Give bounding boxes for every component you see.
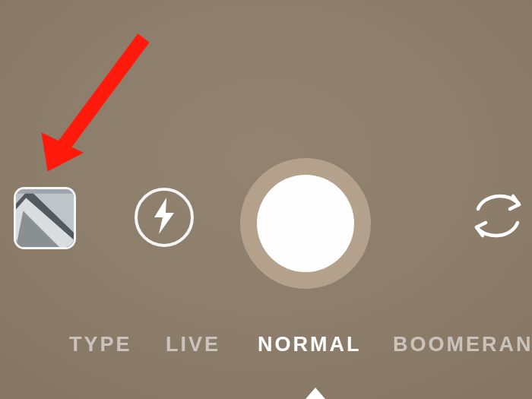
mode-type[interactable]: TYPE: [69, 333, 132, 356]
mode-normal[interactable]: NORMAL: [258, 333, 361, 356]
gallery-thumbnail-icon: [16, 189, 74, 247]
annotation-arrow-icon: [34, 27, 171, 179]
mode-live[interactable]: LIVE: [166, 333, 220, 356]
mode-boomerang[interactable]: BOOMERANG: [393, 333, 532, 356]
switch-camera-button[interactable]: [464, 187, 532, 248]
flash-toggle-button[interactable]: [135, 188, 194, 247]
gallery-thumbnail-button[interactable]: [14, 187, 76, 249]
shutter-inner-circle: [257, 175, 354, 272]
camera-controls-row: [0, 158, 532, 287]
camera-mode-selector[interactable]: TYPE LIVE NORMAL BOOMERANG: [0, 333, 532, 359]
mode-indicator-icon: [306, 388, 325, 399]
switch-camera-icon: [469, 192, 527, 242]
svg-line-6: [63, 38, 144, 147]
shutter-button[interactable]: [240, 158, 371, 289]
svg-marker-5: [154, 198, 174, 234]
flash-icon: [151, 198, 177, 237]
svg-rect-4: [16, 189, 74, 194]
camera-viewport: TYPE LIVE NORMAL BOOMERANG: [0, 0, 532, 399]
